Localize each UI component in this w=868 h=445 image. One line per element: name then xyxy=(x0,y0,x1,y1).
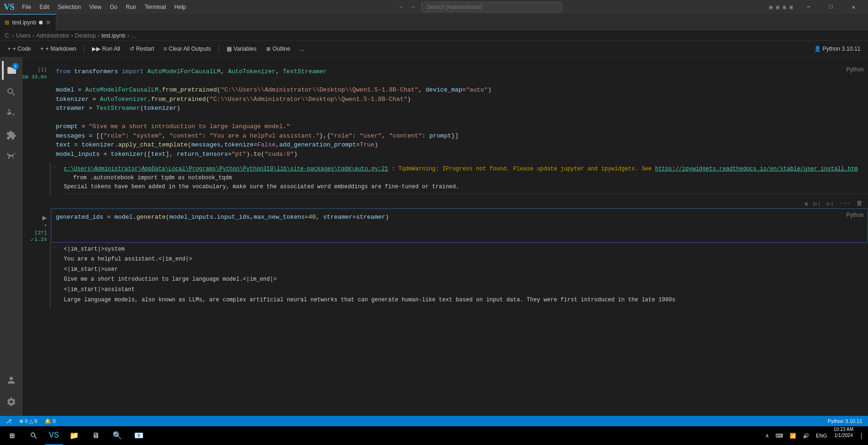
activity-bar: 1 xyxy=(0,57,23,416)
restart-icon: ↺ xyxy=(129,46,134,52)
cell2-format-btn[interactable]: ⇅ xyxy=(802,199,810,208)
status-issues[interactable]: 🔔 0 xyxy=(43,418,57,424)
nav-back[interactable]: ← xyxy=(396,2,406,12)
menu-go[interactable]: Go xyxy=(106,3,121,11)
taskbar-search-app[interactable]: 🔍 xyxy=(107,426,128,445)
output-im-start-user: <|im_start|>user xyxy=(64,265,864,275)
cell2-delete-btn[interactable]: 🗑 xyxy=(854,199,864,208)
activity-testing[interactable] xyxy=(2,147,21,166)
run-all-button[interactable]: ▶▶ Run All xyxy=(88,44,124,54)
tab-close-icon[interactable]: ✕ xyxy=(46,19,51,26)
breadcrumb-admin[interactable]: Administrator xyxy=(36,32,69,39)
toolbar-divider2 xyxy=(219,44,219,54)
minimize-button[interactable]: ─ xyxy=(798,0,819,14)
status-errors[interactable]: ⊗ 0 △ 0 xyxy=(17,418,39,424)
taskbar-datetime[interactable]: 10:23 AM 1/1/2024 xyxy=(831,426,856,445)
activity-explorer[interactable]: 1 xyxy=(2,61,21,80)
output-warn-link[interactable]: c:\Users\Administrator\AppData\Local\Pro… xyxy=(64,166,388,172)
taskbar-keyboard[interactable]: ⌨ xyxy=(773,426,786,445)
code-line-2: model = AutoModelForCausalLM.from_pretra… xyxy=(56,85,863,95)
code-line-5: prompt = "Give me a short introduction t… xyxy=(56,122,863,131)
cell2-toolbar-spacer xyxy=(54,199,800,208)
code-line-8: model_inputs = tokenizer([text], return_… xyxy=(56,150,863,159)
breadcrumb-users[interactable]: Users xyxy=(16,32,30,39)
cell2-code[interactable]: Python generated_ids = model.generate(mo… xyxy=(51,208,868,243)
vscode-taskbar-icon: VS xyxy=(49,430,59,440)
output-im-start-sys: <|im_start|>system xyxy=(64,245,864,255)
restart-button[interactable]: ↺ Restart xyxy=(126,44,158,54)
mail-icon: 📧 xyxy=(134,431,144,440)
tab-testipynb[interactable]: ⊞ test.ipynb ✕ xyxy=(0,14,56,31)
search-input[interactable] xyxy=(421,2,562,12)
python-version-indicator[interactable]: 👤 Python 3.10.11 xyxy=(810,46,864,52)
taskbar-explorer[interactable]: 📁 xyxy=(64,426,84,445)
taskbar-mail[interactable]: 📧 xyxy=(129,426,149,445)
more-toolbar-button[interactable]: ... xyxy=(296,44,308,54)
code-line-4: streamer = TextStreamer(tokenizer) xyxy=(56,104,863,113)
menu-run[interactable]: Run xyxy=(122,3,140,11)
outline-button[interactable]: ≣ Outline xyxy=(262,44,294,54)
title-bar: VS File Edit Selection View Go Run Termi… xyxy=(0,0,868,14)
breadcrumb-desktop[interactable]: Desktop xyxy=(75,32,96,39)
taskbar-lang[interactable]: ENG xyxy=(813,426,830,445)
activity-bottom xyxy=(2,371,21,416)
menu-file[interactable]: File xyxy=(18,3,35,11)
cell1-code[interactable]: Python from transformers import AutoMode… xyxy=(51,63,868,163)
menu-terminal[interactable]: Terminal xyxy=(141,3,169,11)
notebook-content: [1] ✓ 1m 33.0s Python from transformers … xyxy=(23,57,868,416)
branch-icon: ⎇ xyxy=(6,418,12,424)
nav-forward[interactable]: → xyxy=(408,2,418,12)
menu-help[interactable]: Help xyxy=(171,3,190,11)
menu-selection[interactable]: Selection xyxy=(54,3,84,11)
close-button[interactable]: ✕ xyxy=(843,0,864,14)
cell2-run-button[interactable]: ▶ xyxy=(42,213,47,222)
clear-all-button[interactable]: ≡ Clear All Outputs xyxy=(160,44,214,54)
cell-2: ⇅ ▷↑ ▷↓ ··· 🗑 ▶ ▾ [27] ✓ 1.2s xyxy=(23,198,868,307)
cell2-more-btn[interactable]: ··· xyxy=(838,199,853,208)
plus-icon: + xyxy=(8,46,11,52)
menu-edit[interactable]: Edit xyxy=(36,3,53,11)
taskbar-show-desktop[interactable]: │ xyxy=(857,426,866,445)
activity-settings[interactable] xyxy=(2,392,21,411)
title-bar-right: ▣ ▣ ▣ ▣ ─ □ ✕ xyxy=(769,0,864,14)
cell2-run-above-btn[interactable]: ▷↑ xyxy=(812,199,823,208)
add-code-button[interactable]: + + Code xyxy=(4,44,35,54)
cell-1: [1] ✓ 1m 33.0s Python from transformers … xyxy=(23,62,868,194)
breadcrumb-file[interactable]: test.ipynb xyxy=(101,32,125,39)
cell1-lang: Python xyxy=(846,65,864,74)
plus-md-icon: + xyxy=(40,46,44,52)
taskbar-terminal[interactable]: 🖥 xyxy=(85,426,106,445)
activity-extensions[interactable] xyxy=(2,126,21,145)
python-icon: 👤 xyxy=(814,46,821,52)
taskbar-network[interactable]: 📶 xyxy=(787,426,799,445)
activity-source-control[interactable] xyxy=(2,104,21,123)
code-line-7: text = tokenizer.apply_chat_template(mes… xyxy=(56,140,863,150)
cell1-main: [1] ✓ 1m 33.0s Python from transformers … xyxy=(23,63,868,163)
add-markdown-button[interactable]: + + Markdown xyxy=(37,44,80,54)
breadcrumb-sep1: › xyxy=(12,32,14,39)
main-layout: 1 xyxy=(0,57,868,416)
breadcrumb-sep2: › xyxy=(32,32,34,39)
search-taskbar-button[interactable] xyxy=(23,426,44,445)
taskbar-volume[interactable]: 🔊 xyxy=(800,426,812,445)
variables-button[interactable]: ▦ Variables xyxy=(223,44,260,54)
cell2-expand-icon[interactable]: ▾ xyxy=(44,222,47,228)
windows-icon: ⊞ xyxy=(10,430,15,441)
output-warn-link2[interactable]: https://ipywidgets.readthedocs.io/en/sta… xyxy=(655,166,858,172)
status-python[interactable]: Python 3.10.11 xyxy=(826,418,864,424)
menu-view[interactable]: View xyxy=(85,3,105,11)
activity-search[interactable] xyxy=(2,83,21,101)
variables-icon: ▦ xyxy=(227,46,232,52)
taskbar-show-hidden[interactable]: ∧ xyxy=(762,426,772,445)
maximize-button[interactable]: □ xyxy=(820,0,842,14)
output-llm-desc: Large language models, also known as LLM… xyxy=(64,295,864,306)
cell2-run-below-btn[interactable]: ▷↓ xyxy=(825,199,836,208)
status-branch[interactable]: ⎇ xyxy=(4,418,14,424)
breadcrumb-ellipsis[interactable]: ... xyxy=(131,32,136,39)
breadcrumb-sep4: › xyxy=(98,32,99,39)
breadcrumb-c[interactable]: C: xyxy=(5,32,10,39)
cell1-output-dots: ··· xyxy=(51,163,60,172)
activity-account[interactable] xyxy=(2,371,21,390)
start-button[interactable]: ⊞ xyxy=(2,426,23,445)
taskbar-vscode[interactable]: VS xyxy=(45,426,63,445)
